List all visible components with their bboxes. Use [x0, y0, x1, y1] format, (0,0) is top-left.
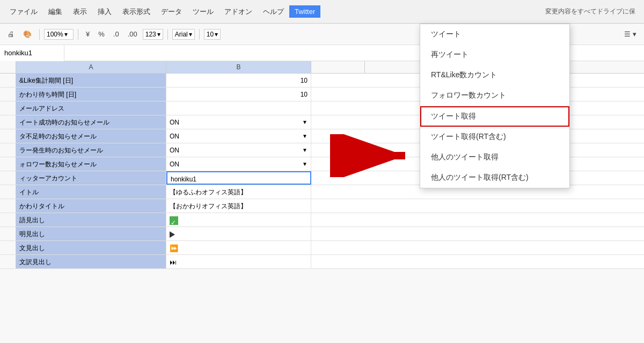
twitter-dropdown-menu: ツイート 再ツイート RT&Like数カウント フォロワー数カウント ツイート取…	[420, 24, 570, 188]
menu-get-tweets[interactable]: ツイート取得	[420, 106, 569, 127]
save-status: 変更内容をすべてドライブに保	[541, 5, 640, 18]
row-num	[0, 213, 16, 227]
cell-b9[interactable]: 【ゆるふわオフィス英語】	[166, 185, 311, 199]
cell-b3[interactable]	[166, 101, 311, 115]
cell-b13[interactable]: ⏩	[166, 241, 311, 254]
row-num	[0, 255, 16, 268]
toolbar-divider-4	[199, 29, 200, 40]
toolbar-divider-1	[39, 29, 40, 40]
row-num	[0, 171, 16, 185]
menu-view[interactable]: 表示	[68, 5, 92, 19]
table-row: かわりタイトル 【おかわりオフィス英語】	[0, 199, 644, 213]
menu-follower-count[interactable]: フォロワー数カウント	[420, 85, 569, 106]
row-header-corner	[0, 61, 16, 73]
menu-data[interactable]: データ	[156, 5, 187, 19]
col-header-c[interactable]	[311, 61, 365, 73]
more-button[interactable]: ☰ ▾	[621, 29, 640, 39]
currency-button[interactable]: ¥	[83, 29, 93, 39]
cell-a12[interactable]: 明見出し	[16, 227, 166, 240]
row-num	[0, 87, 16, 101]
cell-a10[interactable]: かわりタイトル	[16, 199, 166, 213]
table-row: 文訳見出し ⏭	[0, 255, 644, 269]
menu-file[interactable]: ファイル	[4, 5, 43, 19]
fontsize-select[interactable]: 10 ▾	[204, 29, 221, 40]
cell-a7[interactable]: ォロワー数お知らせメール	[16, 157, 166, 171]
row-num	[0, 129, 16, 143]
percent-button[interactable]: %	[95, 29, 108, 39]
play-icon	[170, 231, 175, 238]
menu-get-others-tweets-rt[interactable]: 他人のツイート取得(RT含む)	[420, 167, 569, 188]
menu-retweet[interactable]: 再ツイート	[420, 45, 569, 65]
toolbar-divider-3	[167, 29, 168, 40]
cell-b7[interactable]: ON ▼	[166, 157, 311, 171]
cell-a13[interactable]: 文見出し	[16, 241, 166, 254]
cell-a1[interactable]: &Like集計期間 [日]	[16, 74, 166, 87]
decimal1-button[interactable]: .0	[110, 29, 122, 39]
cell-a11[interactable]: 語見出し	[16, 213, 166, 227]
menu-help[interactable]: ヘルプ	[258, 5, 289, 19]
table-row: 文見出し ⏩	[0, 241, 644, 255]
cell-b12[interactable]	[166, 227, 311, 240]
row-num	[0, 157, 16, 171]
col-header-a[interactable]: A	[16, 61, 166, 73]
toolbar-divider-2	[78, 29, 78, 40]
paint-button[interactable]: 🎨	[20, 29, 35, 39]
cell-b4[interactable]: ON ▼	[166, 115, 311, 129]
cell-b6[interactable]: ON ▼	[166, 143, 311, 157]
menu-get-tweets-rt[interactable]: ツイート取得(RT含む)	[420, 127, 569, 147]
table-row: 語見出し	[0, 213, 644, 227]
cell-a2[interactable]: かわり待ち時間 [日]	[16, 87, 166, 101]
table-row: 明見出し	[0, 227, 644, 241]
cell-b1[interactable]: 10	[166, 74, 311, 87]
print-button[interactable]: 🖨	[4, 29, 18, 39]
cell-a6[interactable]: ラー発生時のお知らせメール	[16, 143, 166, 157]
cell-b8[interactable]: honkiku1	[166, 171, 311, 185]
menu-rt-like-count[interactable]: RT&Like数カウント	[420, 65, 569, 85]
cell-a3[interactable]: メールアドレス	[16, 101, 166, 115]
row-num	[0, 199, 16, 213]
menu-tweet[interactable]: ツイート	[420, 24, 569, 45]
fff-icon: ⏭	[170, 256, 177, 268]
menu-edit[interactable]: 編集	[43, 5, 68, 19]
cell-a4[interactable]: イート成功時のお知らせメール	[16, 115, 166, 129]
col-header-b[interactable]: B	[166, 61, 311, 73]
menu-bar: ファイル 編集 表示 挿入 表示形式 データ ツール アドオン ヘルプ Twit…	[0, 0, 644, 24]
cell-b2[interactable]: 10	[166, 87, 311, 101]
cell-a9[interactable]: イトル	[16, 185, 166, 199]
toolbar-right: ☰ ▾	[621, 29, 640, 39]
name-box[interactable]: honkiku1	[0, 45, 64, 61]
cell-b11[interactable]	[166, 213, 311, 227]
menu-get-others-tweets[interactable]: 他人のツイート取得	[420, 147, 569, 167]
row-num	[0, 185, 16, 199]
format-select[interactable]: 123 ▾	[143, 29, 163, 40]
row-num	[0, 101, 16, 115]
cell-a8[interactable]: ィッターアカウント	[16, 171, 166, 185]
row-num	[0, 227, 16, 240]
font-select[interactable]: Arial ▾	[172, 29, 195, 40]
menu-tools[interactable]: ツール	[187, 5, 219, 19]
ff-icon: ⏩	[170, 242, 178, 254]
cell-b5[interactable]: ON ▼	[166, 129, 311, 143]
menu-twitter[interactable]: Twitter	[289, 5, 320, 18]
menu-insert[interactable]: 挿入	[92, 5, 117, 19]
cell-a5[interactable]: タ不足時のお知らせメール	[16, 129, 166, 143]
checkbox-icon[interactable]	[170, 216, 178, 225]
cell-a14[interactable]: 文訳見出し	[16, 255, 166, 268]
row-num	[0, 241, 16, 254]
row-num	[0, 74, 16, 87]
decimal2-button[interactable]: .00	[125, 29, 141, 39]
row-num	[0, 115, 16, 129]
zoom-select[interactable]: 100% ▾	[44, 29, 74, 40]
cell-b14[interactable]: ⏭	[166, 255, 311, 268]
row-num	[0, 143, 16, 157]
menu-format[interactable]: 表示形式	[117, 5, 156, 19]
menu-addons[interactable]: アドオン	[219, 5, 258, 19]
cell-b10[interactable]: 【おかわりオフィス英語】	[166, 199, 311, 213]
